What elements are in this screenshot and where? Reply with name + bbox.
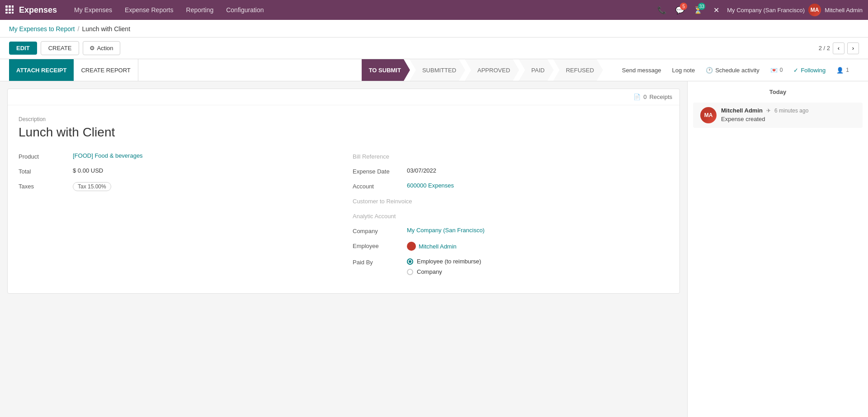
svg-rect-5 [12,9,14,11]
schedule-activity-button[interactable]: 🕐 Schedule activity [700,59,765,81]
prev-page-button[interactable]: ‹ [833,42,844,54]
tax-badge: Tax 15.00% [73,182,111,191]
pipeline-step-approved[interactable]: APPROVED [465,59,519,81]
svg-rect-1 [9,5,11,8]
form-area: 📄 0 Receipts Description Lunch with Clie… [0,81,687,417]
messages-badge: 5 [680,3,687,10]
analytic-account-field: Analytic Account [353,212,669,220]
form-grid: Product [FOOD] Food & beverages Total $ … [19,152,669,282]
attach-receipt-button[interactable]: ATTACH RECEIPT [9,59,74,81]
nav-configuration[interactable]: Configuration [220,0,270,20]
employee-field: Employee Mitchell Admin [353,242,669,251]
taxes-field: Taxes Tax 15.00% [19,182,326,191]
radio-employee-circle [407,258,413,265]
nav-my-expenses[interactable]: My Expenses [68,0,118,20]
apps-icon[interactable] [5,5,14,15]
radio-company[interactable]: Company [407,268,669,275]
action-button[interactable]: ⚙ Action [83,41,120,55]
radio-employee-label: Employee (to reimburse) [417,258,481,265]
paid-by-label: Paid By [353,258,407,266]
person-icon: 👤 [836,67,844,74]
svg-rect-0 [5,5,8,8]
svg-rect-4 [9,9,11,11]
edit-button[interactable]: EDIT [9,42,37,55]
chatter-msg-header: Mitchell Admin ✈ 6 minutes ago [721,107,855,114]
receipts-number: 0 [643,94,646,100]
taxes-label: Taxes [19,182,73,190]
status-actions: ATTACH RECEIPT CREATE REPORT [9,59,138,81]
pipeline-step-refused[interactable]: REFUSED [553,59,603,81]
action-label: Action [97,45,113,52]
followers-icon: 💌 [770,67,778,74]
company-field: Company My Company (San Francisco) [353,227,669,234]
chatter-panel: Today MA Mitchell Admin ✈ 6 minutes ago … [687,81,868,417]
description-label: Description [19,116,669,122]
create-button[interactable]: CREATE [41,41,80,55]
app-name[interactable]: Expenses [19,5,57,15]
account-label: Account [353,182,407,190]
product-value[interactable]: [FOOD] Food & beverages [73,152,326,159]
expense-date-field: Expense Date 03/07/2022 [353,167,669,175]
log-note-label: Log note [672,67,695,74]
pipeline-step-submitted[interactable]: SUBMITTED [410,59,465,81]
total-field: Total $ 0.00 USD [19,167,326,175]
chatter-actions: Send message Log note 🕐 Schedule activit… [612,59,859,81]
breadcrumb-current: Lunch with Client [82,25,130,33]
form-right: Bill Reference Expense Date 03/07/2022 A… [344,152,669,282]
paid-by-field: Paid By Employee (to reimburse) [353,258,669,275]
members-button[interactable]: 👤 1 [831,59,854,81]
following-label: Following [801,67,826,74]
followers-button[interactable]: 💌 0 [765,59,788,81]
chatter-avatar: MA [700,107,717,123]
phone-icon[interactable]: 📞 [655,3,669,17]
account-value[interactable]: 600000 Expenses [407,182,669,189]
paid-by-value: Employee (to reimburse) Company [407,258,669,275]
schedule-activity-label: Schedule activity [715,67,760,74]
send-message-button[interactable]: Send message [617,59,667,81]
paid-by-radio-group: Employee (to reimburse) Company [407,258,669,275]
action-bar: EDIT CREATE ⚙ Action 2 / 2 ‹ › [0,37,868,59]
breadcrumb: My Expenses to Report / Lunch with Clien… [9,25,859,33]
nav-expense-reports[interactable]: Expense Reports [118,0,179,20]
employee-label: Employee [353,242,407,249]
company-value[interactable]: My Company (San Francisco) [407,227,669,234]
total-value: $ 0.00 USD [73,167,326,174]
user-name: Mitchell Admin [825,7,863,14]
log-note-button[interactable]: Log note [667,59,701,81]
plane-icon: ✈ [766,108,771,114]
navbar-right: 📞 💬 5 ⏳ 33 ✕ My Company (San Francisco) … [655,3,863,17]
main-layout: 📄 0 Receipts Description Lunch with Clie… [0,81,868,417]
receipt-icon: 📄 [633,94,641,100]
svg-rect-2 [12,5,14,8]
form-card: 📄 0 Receipts Description Lunch with Clie… [7,89,680,294]
radio-employee[interactable]: Employee (to reimburse) [407,258,669,265]
pipeline-step-to-submit[interactable]: TO SUBMIT [362,59,410,81]
expense-title: Lunch with Client [19,125,669,140]
company-name: My Company (San Francisco) [727,7,805,14]
chatter-msg-author: Mitchell Admin [721,107,763,114]
svg-rect-6 [5,12,8,14]
receipts-count: 📄 0 Receipts [633,94,672,100]
breadcrumb-parent[interactable]: My Expenses to Report [9,25,75,33]
timer-badge: 33 [698,3,705,10]
expense-date-value: 03/07/2022 [407,167,669,174]
clock-icon: 🕐 [706,67,713,74]
timer-icon[interactable]: ⏳ 33 [691,3,705,17]
messages-icon[interactable]: 💬 5 [673,3,687,17]
form-body: Description Lunch with Client Product [F… [8,105,679,293]
following-button[interactable]: ✓ Following [788,59,831,81]
customer-reinvoice-label: Customer to Reinvoice [353,197,412,205]
employee-value[interactable]: Mitchell Admin [407,242,669,251]
chatter-avatar-image: MA [700,107,717,123]
next-page-button[interactable]: › [847,42,859,54]
navbar: Expenses My Expenses Expense Reports Rep… [0,0,868,20]
svg-rect-3 [5,9,8,11]
pipeline-step-paid[interactable]: PAID [519,59,553,81]
nav-reporting[interactable]: Reporting [180,0,220,20]
members-count: 1 [846,67,849,73]
avatar[interactable]: MA [808,4,821,16]
analytic-account-label: Analytic Account [353,212,396,220]
pagination: 2 / 2 ‹ › [819,42,859,54]
create-report-button[interactable]: CREATE REPORT [74,59,138,81]
close-icon[interactable]: ✕ [709,3,723,17]
